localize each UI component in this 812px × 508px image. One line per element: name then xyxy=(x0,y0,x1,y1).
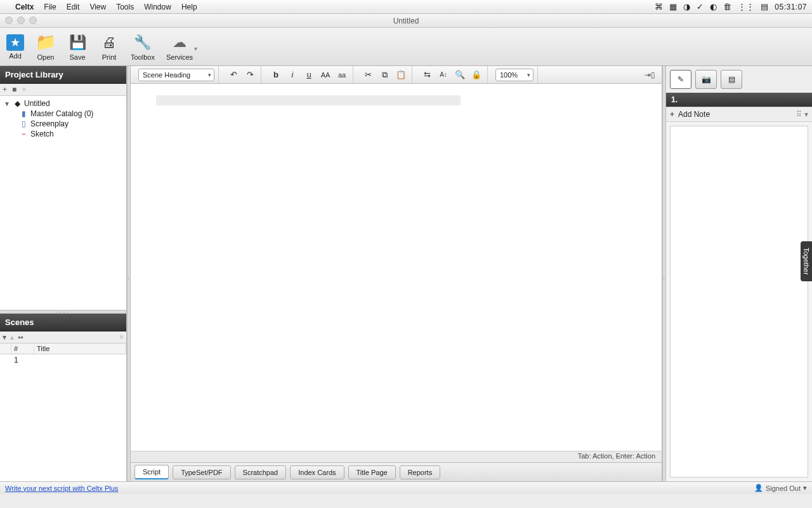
media-tab[interactable]: 📷 xyxy=(695,70,717,89)
tab-scratchpad[interactable]: Scratchpad xyxy=(235,465,287,479)
print-button[interactable]: 🖨 Print xyxy=(99,33,119,61)
promo-link[interactable]: Write your next script with Celtx Plus xyxy=(5,485,118,492)
tab-reports[interactable]: Reports xyxy=(400,465,441,479)
menu-help[interactable]: Help xyxy=(181,3,197,11)
scenes-close-icon[interactable]: × xyxy=(119,333,124,342)
cut-button[interactable]: ✂ xyxy=(361,69,375,81)
menu-edit[interactable]: Edit xyxy=(67,3,80,11)
status-icon-wifi[interactable]: ⋮⋮ xyxy=(738,2,754,11)
star-icon: ★ xyxy=(6,34,24,51)
lock-button[interactable]: 🔒 xyxy=(469,69,483,81)
italic-button[interactable]: i xyxy=(285,69,299,81)
scenes-down-icon[interactable]: ▾ xyxy=(3,333,6,342)
tab-indexcards[interactable]: Index Cards xyxy=(290,465,344,479)
collapse-right-icon[interactable]: ⇥▯ xyxy=(645,70,658,79)
scene-heading-field[interactable] xyxy=(156,95,461,105)
right-splitter[interactable] xyxy=(662,66,666,481)
signed-status[interactable]: 👤 Signed Out ▾ xyxy=(754,484,807,492)
editor-column: Scene Heading ↶ ↷ b i u AA aa ✂ ⧉ 📋 ⇆ A↕ xyxy=(131,66,662,481)
menu-tools[interactable]: Tools xyxy=(116,3,134,11)
signed-label: Signed Out xyxy=(766,485,801,492)
right-panel: ✎ 📷 ▤ 1. + Add Note ⠿ ▾ xyxy=(666,66,812,481)
open-button[interactable]: 📁 Open xyxy=(36,33,56,61)
add-button[interactable]: ★ Add xyxy=(6,34,24,60)
scenes-up-icon[interactable]: ▴ xyxy=(10,333,14,342)
status-icon-2[interactable]: ▦ xyxy=(669,2,677,11)
lowercase-button[interactable]: aa xyxy=(335,69,349,81)
element-type-select[interactable]: Scene Heading xyxy=(138,69,214,81)
tree-item-sketch[interactable]: ⌁ Sketch xyxy=(1,129,125,139)
scenes-header: Scenes xyxy=(0,314,126,331)
floppy-icon: 💾 xyxy=(67,33,88,52)
pencil-icon: ✎ xyxy=(678,75,684,84)
tree-root[interactable]: ▼ ◆ Untitled xyxy=(1,98,125,109)
status-icon-cal[interactable]: ▤ xyxy=(761,2,768,11)
screenplay-icon: ▯ xyxy=(19,119,28,128)
menu-window[interactable]: Window xyxy=(144,3,171,11)
add-note-button[interactable]: Add Note xyxy=(678,110,710,119)
zoom-select[interactable]: 100% xyxy=(495,69,534,81)
undo-icon: ↶ xyxy=(230,70,237,79)
scene-row-num: 1 xyxy=(11,354,34,366)
window-minimize-icon[interactable] xyxy=(17,17,25,24)
copy-button[interactable]: ⧉ xyxy=(377,69,391,81)
library-add-icon[interactable]: + xyxy=(3,85,7,94)
undo-button[interactable]: ↶ xyxy=(226,69,240,81)
status-icon-5[interactable]: ◐ xyxy=(710,2,717,11)
tree-item-catalog[interactable]: ▮ Master Catalog (0) xyxy=(1,109,125,119)
app-menu[interactable]: Celtx xyxy=(15,3,34,11)
project-tree: ▼ ◆ Untitled ▮ Master Catalog (0) ▯ Scre… xyxy=(0,96,126,142)
script-editor[interactable] xyxy=(131,84,662,451)
save-button[interactable]: 💾 Save xyxy=(67,33,88,61)
find-button[interactable]: 🔍 xyxy=(453,69,467,81)
bold-button[interactable]: b xyxy=(269,69,283,81)
tree-item-label: Master Catalog (0) xyxy=(30,109,93,118)
services-button[interactable]: ☁ Services xyxy=(166,33,193,61)
paste-button[interactable]: 📋 xyxy=(394,69,408,81)
window-zoom-icon[interactable] xyxy=(29,17,37,24)
open-label: Open xyxy=(37,53,55,61)
tree-item-screenplay[interactable]: ▯ Screenplay xyxy=(1,119,125,129)
status-icon-6[interactable]: 🗑 xyxy=(723,2,731,11)
scene-row[interactable]: 1 xyxy=(0,354,126,366)
window-close-icon[interactable] xyxy=(5,17,13,24)
underline-button[interactable]: u xyxy=(302,69,316,81)
status-icon-1[interactable]: ⌘ xyxy=(655,2,663,11)
scenes-col-num[interactable]: # xyxy=(11,344,34,354)
editor-hint: Tab: Action, Enter: Action xyxy=(131,451,662,462)
menu-view[interactable]: View xyxy=(89,3,106,11)
together-tab[interactable]: Together xyxy=(801,241,812,281)
disclosure-triangle-icon[interactable]: ▼ xyxy=(4,100,10,107)
scenes-col-title[interactable]: Title xyxy=(34,344,126,354)
notes-area[interactable] xyxy=(670,126,808,478)
dual-dialog-button[interactable]: ⇆ xyxy=(420,69,434,81)
color-grid-icon[interactable]: ⠿ xyxy=(796,110,802,119)
toolbox-button[interactable]: 🔧 Toolbox xyxy=(131,33,155,61)
project-library-header: Project Library xyxy=(0,66,126,84)
status-icon-4[interactable]: ✓ xyxy=(697,2,704,11)
tab-script[interactable]: Script xyxy=(134,465,169,479)
project-icon: ◆ xyxy=(13,99,22,108)
window-titlebar: Untitled xyxy=(0,14,812,28)
text-size-button[interactable]: A↕ xyxy=(436,69,450,81)
library-delete-icon[interactable]: × xyxy=(22,85,26,94)
redo-button[interactable]: ↷ xyxy=(243,69,257,81)
redo-icon: ↷ xyxy=(247,70,254,79)
notes-tab[interactable]: ✎ xyxy=(670,70,691,89)
add-note-plus-icon[interactable]: + xyxy=(670,110,674,119)
breakdown-tab[interactable]: ▤ xyxy=(721,70,742,89)
menu-file[interactable]: File xyxy=(44,3,56,11)
window-title: Untitled xyxy=(393,17,419,25)
library-folder-icon[interactable]: ■ xyxy=(12,85,16,94)
scene-number-bar: 1. xyxy=(666,93,812,107)
status-icon-3[interactable]: ◑ xyxy=(683,2,690,11)
scenes-cards-icon[interactable]: ▪▪ xyxy=(18,333,23,342)
copy-icon: ⧉ xyxy=(382,70,388,80)
sidebar-splitter[interactable] xyxy=(0,310,126,314)
left-splitter[interactable] xyxy=(127,66,131,481)
note-dropdown-icon[interactable]: ▾ xyxy=(804,110,808,119)
services-dropdown-icon[interactable]: ▾ xyxy=(194,45,197,52)
uppercase-button[interactable]: AA xyxy=(318,69,332,81)
tab-titlepage[interactable]: Title Page xyxy=(348,465,396,479)
tab-typeset[interactable]: TypeSet/PDF xyxy=(173,465,230,479)
